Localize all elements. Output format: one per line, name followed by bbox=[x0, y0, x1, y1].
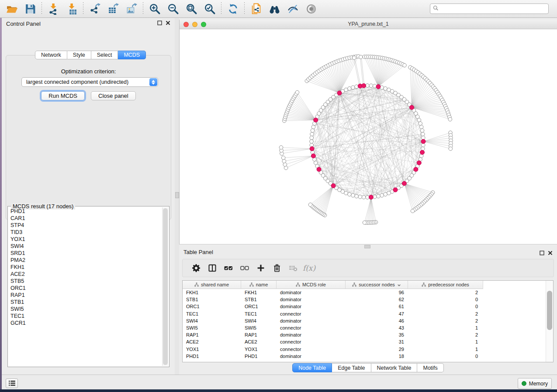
ring-node[interactable] bbox=[310, 132, 314, 136]
table-row[interactable]: YOX1YOX1connector291 bbox=[183, 346, 546, 353]
mcds-result-item[interactable]: TEC1 bbox=[9, 313, 162, 320]
ring-node[interactable] bbox=[310, 136, 314, 140]
mcds-scrollbar-thumb[interactable] bbox=[163, 208, 168, 365]
mcds-result-item[interactable]: SWI5 bbox=[9, 306, 162, 313]
tab-network-table[interactable]: Network Table bbox=[371, 363, 418, 372]
column-header-name[interactable]: name bbox=[241, 281, 277, 289]
ring-node[interactable] bbox=[419, 122, 422, 126]
leaf-node[interactable] bbox=[352, 56, 356, 60]
search-input[interactable] bbox=[441, 5, 546, 12]
tab-node-table[interactable]: Node Table bbox=[292, 363, 332, 372]
ring-node[interactable] bbox=[358, 195, 362, 199]
ring-node[interactable] bbox=[384, 87, 387, 91]
ring-node[interactable] bbox=[384, 193, 387, 196]
zoom-fit-icon[interactable] bbox=[182, 1, 201, 16]
float-table-panel-icon[interactable] bbox=[540, 251, 544, 255]
open-file-icon[interactable] bbox=[3, 1, 21, 16]
ring-node[interactable] bbox=[314, 161, 318, 165]
mcds-node[interactable] bbox=[420, 150, 425, 155]
mcds-result-item[interactable]: CAR1 bbox=[9, 215, 162, 222]
table-row[interactable]: ACE2ACE2connector311 bbox=[183, 338, 546, 345]
ring-node[interactable] bbox=[377, 194, 381, 198]
column-header-predecessor-nodes[interactable]: predecessor nodes bbox=[408, 281, 483, 289]
ring-node[interactable] bbox=[421, 132, 425, 136]
mcds-node[interactable] bbox=[369, 195, 373, 199]
minimize-window-icon[interactable] bbox=[192, 22, 197, 27]
mcds-result-item[interactable]: SRD1 bbox=[9, 250, 162, 257]
ring-node[interactable] bbox=[311, 129, 315, 133]
leaf-node[interactable] bbox=[448, 117, 452, 121]
ring-node[interactable] bbox=[362, 195, 366, 199]
mcds-result-item[interactable]: PHD1 bbox=[9, 208, 162, 215]
leaf-node[interactable] bbox=[449, 147, 453, 151]
ring-node[interactable] bbox=[310, 140, 314, 144]
ring-node[interactable] bbox=[420, 129, 424, 133]
select-all-icon[interactable] bbox=[220, 261, 236, 275]
table-scrollbar[interactable] bbox=[546, 281, 553, 362]
mcds-node[interactable] bbox=[314, 118, 318, 122]
leaf-node[interactable] bbox=[282, 159, 286, 163]
mcds-node[interactable] bbox=[414, 167, 418, 172]
mcds-node[interactable] bbox=[417, 161, 421, 165]
mcds-result-item[interactable]: TID3 bbox=[9, 229, 162, 236]
mcds-result-item[interactable]: STB1 bbox=[9, 299, 162, 306]
import-table-icon[interactable] bbox=[62, 1, 81, 16]
criterion-select[interactable]: largest connected component (undirected) bbox=[21, 77, 158, 87]
table-row[interactable]: FKH1FKH1dominator962 bbox=[183, 289, 546, 296]
leaf-node[interactable] bbox=[411, 209, 415, 213]
zoom-selected-icon[interactable] bbox=[201, 1, 219, 16]
refresh-view-icon[interactable] bbox=[224, 1, 242, 16]
close-panel-button[interactable]: Close panel bbox=[91, 91, 136, 100]
task-history-button[interactable] bbox=[6, 378, 18, 388]
ring-node[interactable] bbox=[348, 87, 352, 91]
mcds-node[interactable] bbox=[310, 147, 314, 151]
leaf-node[interactable] bbox=[279, 146, 283, 150]
zoom-window-icon[interactable] bbox=[201, 22, 206, 27]
mcds-node[interactable] bbox=[317, 167, 321, 172]
mcds-result-item[interactable]: ORC1 bbox=[9, 285, 162, 292]
leaf-node[interactable] bbox=[403, 63, 407, 67]
mcds-result-item[interactable]: GCR1 bbox=[9, 320, 162, 327]
zoom-in-icon[interactable] bbox=[145, 1, 164, 16]
mcds-node[interactable] bbox=[402, 181, 406, 186]
leaf-node[interactable] bbox=[308, 203, 312, 207]
add-column-icon[interactable] bbox=[253, 261, 269, 275]
tab-style[interactable]: Style bbox=[67, 51, 91, 59]
ring-node[interactable] bbox=[311, 125, 315, 129]
mcds-list-scrollbar[interactable] bbox=[162, 207, 168, 366]
table-row[interactable]: ORC1ORC1dominator610 bbox=[183, 303, 546, 310]
mcds-result-item[interactable]: STB5 bbox=[9, 278, 162, 285]
ring-node[interactable] bbox=[348, 193, 352, 196]
leaf-node[interactable] bbox=[295, 90, 299, 94]
ring-node[interactable] bbox=[387, 191, 391, 195]
mcds-node[interactable] bbox=[362, 83, 366, 88]
table-row[interactable]: PHD1PHD1dominator180 bbox=[183, 353, 546, 360]
panel-columns-icon[interactable] bbox=[204, 261, 220, 275]
ring-node[interactable] bbox=[351, 193, 355, 197]
tab-motifs[interactable]: Motifs bbox=[417, 363, 443, 372]
table-row[interactable]: RAP1RAP1dominator352 bbox=[183, 331, 546, 338]
search-box[interactable] bbox=[430, 3, 549, 14]
preview-eye-icon[interactable] bbox=[302, 1, 320, 16]
tab-select[interactable]: Select bbox=[91, 51, 118, 59]
table-scrollbar-thumb[interactable] bbox=[547, 291, 552, 330]
mcds-result-item[interactable]: SWI4 bbox=[9, 243, 162, 250]
export-image-icon[interactable] bbox=[122, 1, 141, 16]
mcds-node[interactable] bbox=[376, 85, 381, 89]
column-header-shared-name[interactable]: shared name bbox=[183, 281, 241, 289]
mcds-result-item[interactable]: RAP1 bbox=[9, 292, 162, 299]
ring-node[interactable] bbox=[344, 88, 348, 92]
leaf-node[interactable] bbox=[359, 55, 363, 59]
zoom-out-icon[interactable] bbox=[164, 1, 182, 16]
leaf-node[interactable] bbox=[281, 156, 285, 160]
ring-node[interactable] bbox=[417, 118, 421, 122]
table-row[interactable]: STB1STB1dominator620 bbox=[183, 296, 546, 303]
mcds-node[interactable] bbox=[410, 105, 414, 110]
save-session-icon[interactable] bbox=[21, 1, 39, 16]
graphics-details-icon[interactable] bbox=[284, 1, 302, 16]
ring-node[interactable] bbox=[380, 193, 384, 197]
export-table-icon[interactable] bbox=[104, 1, 122, 16]
ring-node[interactable] bbox=[355, 194, 359, 198]
mcds-result-item[interactable]: STP4 bbox=[9, 222, 162, 229]
mcds-result-item[interactable]: YOX1 bbox=[9, 236, 162, 243]
